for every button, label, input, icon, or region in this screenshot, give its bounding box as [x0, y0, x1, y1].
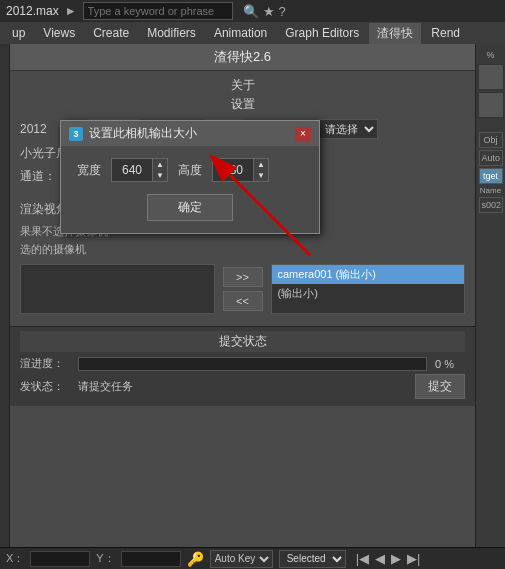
selected-camera-label: 选的的摄像机 [20, 243, 86, 255]
name-label: Name [480, 186, 501, 195]
playback-prev-icon[interactable]: ◀ [375, 551, 385, 566]
height-up-button[interactable]: ▲ [254, 159, 268, 170]
camera-list-item[interactable]: (输出小) [272, 284, 465, 303]
dialog-close-button[interactable]: × [295, 127, 311, 141]
move-left-button[interactable]: << [223, 291, 263, 311]
playback-play-icon[interactable]: ▶ [391, 551, 401, 566]
menu-item-animation[interactable]: Animation [206, 24, 275, 42]
dialog-title-bar: 3 设置此相机输出大小 × [61, 121, 319, 146]
menu-item-graph-editors[interactable]: Graph Editors [277, 24, 367, 42]
playback-start-icon[interactable]: |◀ [356, 551, 369, 566]
height-spinbox[interactable]: ▲ ▼ [212, 158, 269, 182]
width-label: 宽度 [77, 162, 101, 179]
progress-row: 渲进度： 0 % [20, 356, 465, 371]
search-input[interactable] [83, 2, 233, 20]
menu-item-modifiers[interactable]: Modifiers [139, 24, 204, 42]
progress-label: 渲进度： [20, 356, 70, 371]
right-panel-icons: % [476, 48, 506, 120]
menu-bar: up Views Create Modifiers Animation Grap… [0, 22, 505, 44]
toolbar-icons: 🔍 ★ ? [243, 4, 286, 19]
settings-label: 设置 [231, 97, 255, 111]
menu-item-views[interactable]: Views [35, 24, 83, 42]
search-icon[interactable]: 🔍 [243, 4, 259, 19]
panel-title: 渣得快2.6 [10, 44, 475, 71]
panel-title-text: 渣得快2.6 [214, 49, 271, 64]
height-down-button[interactable]: ▼ [254, 170, 268, 181]
title-bar: 2012.max ► 🔍 ★ ? [0, 0, 505, 22]
about-label: 关于 [231, 78, 255, 92]
submit-button[interactable]: 提交 [415, 374, 465, 399]
help-icon[interactable]: ? [279, 4, 286, 19]
status-row: 发状态： 请提交任务 提交 [20, 374, 465, 399]
panel-icon-1[interactable] [478, 64, 504, 90]
x-input[interactable] [30, 551, 90, 567]
s002-label: s002 [479, 197, 503, 213]
x-label: X： [6, 551, 24, 566]
menu-item-up[interactable]: up [4, 24, 33, 42]
camera-list-item[interactable]: camera001 (输出小) [272, 265, 465, 284]
height-arrows: ▲ ▼ [253, 159, 268, 181]
service-select[interactable]: 请选择 [318, 119, 378, 139]
auto-label: Auto [479, 150, 503, 166]
progress-bar-container [78, 357, 427, 371]
width-input[interactable] [112, 159, 152, 181]
selected-cameras-list[interactable]: camera001 (输出小) (输出小) [271, 264, 466, 314]
bottom-bar: X： Y： 🔑 Auto Key Selected |◀ ◀ ▶ ▶| [0, 547, 505, 569]
status-title: 提交状态 [20, 331, 465, 352]
menu-item-rend[interactable]: Rend [423, 24, 468, 42]
status-label: 发状态： [20, 379, 70, 394]
height-input[interactable] [213, 159, 253, 181]
arrow-icon: ► [65, 4, 77, 18]
bookmark-icon[interactable]: ★ [263, 4, 275, 19]
move-right-button[interactable]: >> [223, 267, 263, 287]
available-cameras-list[interactable] [20, 264, 215, 314]
status-section: 提交状态 渲进度： 0 % 发状态： 请提交任务 提交 [10, 326, 475, 406]
target-label: tget [479, 168, 503, 184]
obj-label: Obj [479, 132, 503, 148]
dialog-size-row: 宽度 ▲ ▼ 高度 ▲ ▼ [77, 158, 303, 182]
left-sidebar [0, 44, 10, 547]
playback-next-icon[interactable]: ▶| [407, 551, 420, 566]
menu-item-create[interactable]: Create [85, 24, 137, 42]
channel-label: 通道： [20, 168, 60, 185]
panel-icon-2[interactable] [478, 92, 504, 118]
year-label: 2012 [20, 122, 60, 136]
filename-label: 2012.max [6, 4, 59, 18]
y-input[interactable] [121, 551, 181, 567]
height-label: 高度 [178, 162, 202, 179]
key-icon: 🔑 [187, 551, 204, 567]
width-arrows: ▲ ▼ [152, 159, 167, 181]
dialog-box[interactable]: 3 设置此相机输出大小 × 宽度 ▲ ▼ 高度 ▲ ▼ 确定 [60, 120, 320, 234]
width-spinbox[interactable]: ▲ ▼ [111, 158, 168, 182]
progress-value: 0 % [435, 358, 465, 370]
y-label: Y： [96, 551, 114, 566]
status-value: 请提交任务 [78, 379, 407, 394]
width-up-button[interactable]: ▲ [153, 159, 167, 170]
right-sidebar: % Obj Auto tget Name s002 [475, 44, 505, 547]
dialog-title-text: 设置此相机输出大小 [89, 125, 197, 142]
autokey-select[interactable]: Auto Key [210, 550, 273, 568]
selected-select[interactable]: Selected [279, 550, 346, 568]
dialog-content: 宽度 ▲ ▼ 高度 ▲ ▼ 确定 [61, 146, 319, 233]
dialog-ok-button[interactable]: 确定 [147, 194, 233, 221]
dialog-icon: 3 [69, 127, 83, 141]
menu-item-zhadekuai[interactable]: 渣得快 [369, 23, 421, 44]
width-down-button[interactable]: ▼ [153, 170, 167, 181]
